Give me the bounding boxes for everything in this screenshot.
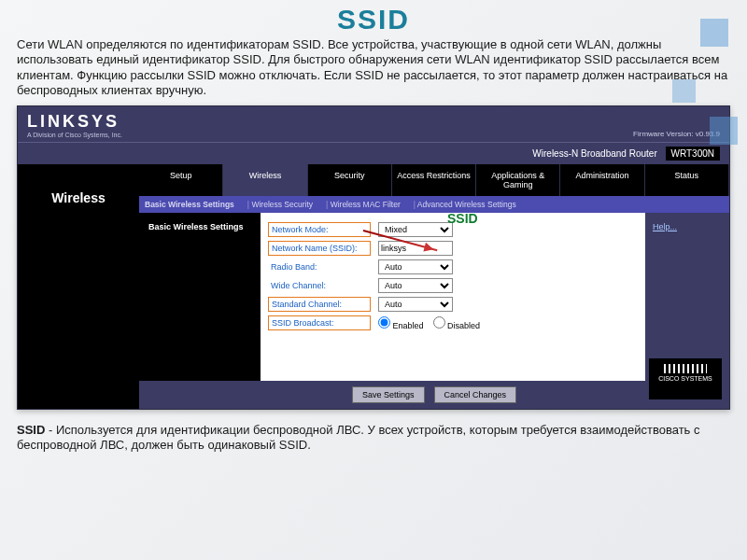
side-panel-title: Basic Wireless Settings (145, 218, 261, 235)
subtab-basic[interactable]: Basic Wireless Settings (145, 200, 234, 209)
slide-title: SSID (17, 4, 730, 35)
tab-access-restrictions[interactable]: Access Restrictions (392, 164, 476, 196)
wide-channel-select[interactable]: Auto (378, 278, 453, 293)
tab-security[interactable]: Security (308, 164, 392, 196)
main-tabs: Setup Wireless Security Access Restricti… (139, 164, 729, 196)
firmware-version: Firmware Version: v0.93.9 (633, 130, 720, 138)
subtab-advanced[interactable]: Advanced Wireless Settings (414, 200, 516, 209)
network-mode-select[interactable]: Mixed (378, 222, 453, 237)
logo-text: LINKSYS (27, 112, 122, 132)
save-button[interactable]: Save Settings (352, 386, 425, 403)
tab-status[interactable]: Status (645, 164, 729, 196)
sub-tabs: Basic Wireless Settings Wireless Securit… (139, 196, 729, 213)
linksys-logo: LINKSYS A Division of Cisco Systems, Inc… (27, 112, 122, 138)
tab-administration[interactable]: Administration (560, 164, 644, 196)
tab-setup[interactable]: Setup (139, 164, 223, 196)
model-row: Wireless-N Broadband Router WRT300N (18, 142, 729, 164)
button-bar: CISCO SYSTEMS Save Settings Cancel Chang… (139, 381, 729, 409)
ssid-label: Network Name (SSID): (268, 241, 371, 256)
deco-square (672, 79, 696, 103)
subtab-mac-filter[interactable]: Wireless MAC Filter (326, 200, 401, 209)
settings-form: SSID Network Mode: Mixed Network Name (S… (261, 213, 645, 381)
model-badge: WRT300N (666, 147, 721, 161)
help-link[interactable]: Help... (645, 213, 729, 381)
broadcast-enabled-radio[interactable] (378, 316, 390, 329)
broadcast-disabled-radio[interactable] (433, 316, 445, 329)
wide-channel-label: Wide Channel: (268, 279, 371, 292)
intro-text: Сети WLAN определяются по идентификатора… (17, 37, 730, 98)
deco-square (700, 19, 728, 47)
tab-wireless[interactable]: Wireless (223, 164, 307, 196)
standard-channel-select[interactable]: Auto (378, 297, 453, 312)
product-name: Wireless-N Broadband Router (532, 148, 656, 159)
footnote-term: SSID (17, 423, 45, 437)
subtab-security[interactable]: Wireless Security (247, 200, 313, 209)
cancel-button[interactable]: Cancel Changes (434, 386, 517, 403)
router-header: LINKSYS A Division of Cisco Systems, Inc… (18, 106, 729, 142)
radio-band-label: Radio Band: (268, 260, 371, 273)
side-panel: Basic Wireless Settings (139, 213, 261, 381)
network-mode-label: Network Mode: (268, 222, 371, 237)
ssid-callout: SSID (447, 211, 478, 226)
footnote-text: - Используется для идентификации беспров… (17, 423, 699, 452)
standard-channel-label: Standard Channel: (268, 297, 371, 312)
tab-applications-gaming[interactable]: Applications & Gaming (476, 164, 560, 196)
radio-band-select[interactable]: Auto (378, 259, 453, 274)
logo-subtext: A Division of Cisco Systems, Inc. (27, 132, 122, 138)
deco-square (710, 117, 738, 145)
ssid-broadcast-label: SSID Broadcast: (268, 315, 371, 330)
footnote: SSID - Используется для идентификации бе… (17, 423, 730, 454)
section-title: Wireless (18, 164, 139, 409)
cisco-logo: CISCO SYSTEMS (649, 358, 722, 399)
broadcast-disabled-option[interactable]: Disabled (433, 321, 481, 330)
broadcast-enabled-option[interactable]: Enabled (378, 321, 424, 330)
router-panel: LINKSYS A Division of Cisco Systems, Inc… (17, 105, 730, 410)
